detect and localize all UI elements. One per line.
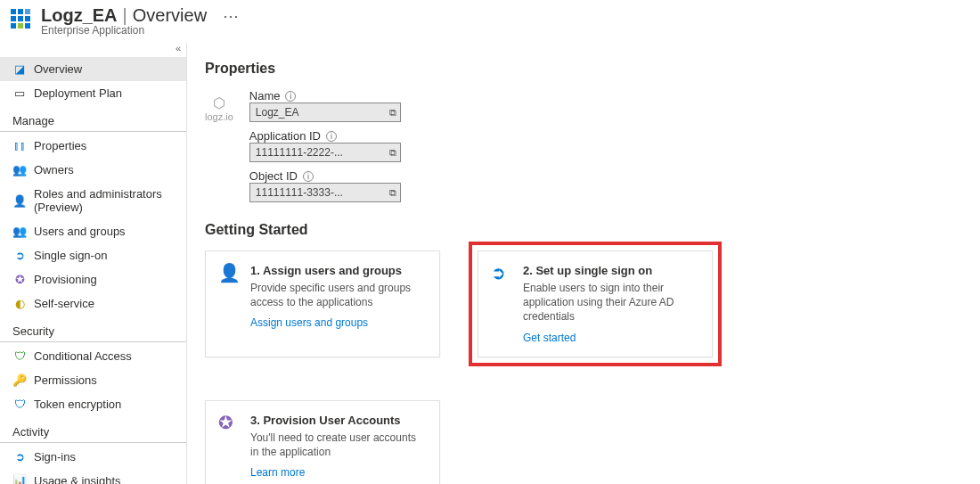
card-link[interactable]: Get started: [523, 332, 699, 344]
sidebar-item-owners[interactable]: 👥 Owners: [0, 158, 186, 182]
sidebar-item-label: Usage & insights: [34, 474, 121, 484]
field-value-objectid: 11111111-3333-... ⧉: [249, 183, 401, 202]
sidebar-item-label: Deployment Plan: [34, 86, 122, 100]
book-icon: ▭: [12, 86, 27, 100]
field-label-text: Application ID: [249, 129, 321, 143]
copy-button[interactable]: ⧉: [389, 187, 396, 199]
card-title: 3. Provision User Accounts: [250, 414, 427, 427]
sso-icon: ➲: [491, 262, 512, 344]
sidebar-item-label: Provisioning: [34, 273, 97, 286]
sidebar-item-label: Single sign-on: [34, 249, 107, 262]
card-assign-users[interactable]: 👤 1. Assign users and groups Provide spe…: [205, 250, 440, 357]
page-title: Overview: [133, 5, 207, 26]
waffle-icon[interactable]: [11, 9, 32, 30]
owners-icon: 👥: [12, 163, 27, 176]
sidebar-item-roles[interactable]: 👤 Roles and administrators (Preview): [0, 182, 186, 219]
card-provision-users[interactable]: ✪ 3. Provision User Accounts You'll need…: [205, 400, 440, 484]
page-subtitle: Enterprise Application: [41, 24, 239, 37]
copy-button[interactable]: ⧉: [389, 147, 396, 159]
sidebar-item-usage-insights[interactable]: 📊 Usage & insights: [0, 469, 186, 484]
card-link[interactable]: Assign users and groups: [250, 316, 427, 329]
info-icon[interactable]: i: [285, 91, 296, 102]
content-area: Properties ⬡ logz.io Name i Logz_EA ⧉: [187, 43, 980, 484]
token-encryption-icon: 🛡: [12, 398, 27, 411]
more-actions-button[interactable]: ⋯: [223, 8, 239, 24]
sidebar-group-activity: Activity: [0, 416, 186, 443]
field-value-name: Logz_EA ⧉: [249, 103, 401, 122]
card-title: 1. Assign users and groups: [250, 264, 427, 277]
user-icon: 👤: [218, 262, 240, 344]
cube-icon: ⬡: [213, 94, 225, 111]
field-value-text: 11111111-2222-...: [256, 146, 343, 159]
sidebar-item-label: Properties: [34, 139, 86, 152]
field-label-name: Name i: [249, 89, 401, 103]
info-icon[interactable]: i: [303, 171, 314, 182]
cards-row-1: 👤 1. Assign users and groups Provide spe…: [205, 250, 962, 484]
getting-started-heading: Getting Started: [205, 222, 962, 238]
permissions-icon: 🔑: [12, 373, 27, 387]
card-desc: Enable users to sign into their applicat…: [523, 281, 699, 324]
sidebar-item-sso[interactable]: ➲ Single sign-on: [0, 243, 186, 267]
sidebar-wrap: « ◪ Overview ▭ Deployment Plan Manage ⫿⫿…: [0, 43, 187, 484]
field-value-text: 11111111-3333-...: [256, 186, 343, 199]
properties-icon: ⫿⫿: [12, 139, 27, 152]
sso-icon: ➲: [12, 249, 27, 262]
card-desc: Provide specific users and groups access…: [250, 281, 427, 309]
provisioning-icon: ✪: [12, 273, 27, 286]
field-label-text: Name: [249, 89, 281, 103]
sidebar-item-provisioning[interactable]: ✪ Provisioning: [0, 267, 186, 291]
brand-label: logz.io: [205, 111, 233, 122]
sidebar-item-permissions[interactable]: 🔑 Permissions: [0, 368, 186, 392]
card-setup-sso[interactable]: ➲ 2. Set up single sign on Enable users …: [478, 250, 713, 357]
app-name: Logz_EA: [41, 5, 118, 26]
card-title: 2. Set up single sign on: [523, 264, 699, 277]
topbar: Logz_EA | Overview ⋯ Enterprise Applicat…: [0, 0, 980, 43]
sidebar-item-deployment-plan[interactable]: ▭ Deployment Plan: [0, 81, 186, 105]
overview-icon: ◪: [12, 62, 27, 76]
title-block: Logz_EA | Overview ⋯ Enterprise Applicat…: [41, 5, 239, 37]
sidebar-item-label: Roles and administrators (Preview): [34, 187, 186, 214]
info-icon[interactable]: i: [326, 131, 337, 142]
users-groups-icon: 👥: [12, 225, 27, 238]
sidebar-group-manage: Manage: [0, 105, 186, 132]
copy-button[interactable]: ⧉: [389, 107, 396, 119]
self-service-icon: ◐: [12, 297, 27, 310]
title-separator: |: [123, 5, 127, 26]
sidebar-item-label: Conditional Access: [34, 349, 132, 363]
sign-ins-icon: ➲: [12, 450, 27, 463]
sidebar-item-overview[interactable]: ◪ Overview: [0, 57, 186, 81]
properties-heading: Properties: [205, 61, 962, 77]
sidebar-item-label: Users and groups: [34, 225, 126, 238]
field-value-appid: 11111111-2222-... ⧉: [249, 143, 401, 162]
sidebar-item-label: Token encryption: [34, 398, 121, 411]
sidebar-item-label: Self-service: [34, 297, 94, 310]
field-label-appid: Application ID i: [249, 129, 401, 143]
field-label-objectid: Object ID i: [249, 169, 401, 183]
sidebar-item-label: Permissions: [34, 373, 97, 387]
sidebar: ◪ Overview ▭ Deployment Plan Manage ⫿⫿ P…: [0, 57, 186, 484]
field-value-text: Logz_EA: [256, 106, 299, 119]
sidebar-item-label: Overview: [34, 62, 82, 76]
collapse-sidebar-button[interactable]: «: [176, 43, 181, 53]
sidebar-item-label: Sign-ins: [34, 450, 76, 463]
sidebar-item-sign-ins[interactable]: ➲ Sign-ins: [0, 445, 186, 469]
sidebar-item-label: Owners: [34, 163, 74, 176]
sidebar-item-conditional-access[interactable]: 🛡 Conditional Access: [0, 344, 186, 368]
field-label-text: Object ID: [249, 169, 298, 183]
sidebar-item-users-groups[interactable]: 👥 Users and groups: [0, 219, 186, 243]
roles-icon: 👤: [12, 194, 27, 208]
properties-block: ⬡ logz.io Name i Logz_EA ⧉ Applicati: [205, 89, 962, 202]
usage-icon: 📊: [12, 474, 27, 484]
card-link[interactable]: Learn more: [250, 466, 427, 479]
card-desc: You'll need to create user accounts in t…: [250, 431, 427, 459]
sidebar-item-self-service[interactable]: ◐ Self-service: [0, 291, 186, 316]
sidebar-item-properties[interactable]: ⫿⫿ Properties: [0, 134, 186, 158]
provision-icon: ✪: [218, 412, 240, 479]
app-brand: ⬡ logz.io: [205, 94, 233, 122]
sidebar-item-token-encryption[interactable]: 🛡 Token encryption: [0, 392, 186, 416]
conditional-access-icon: 🛡: [12, 349, 27, 363]
sidebar-group-security: Security: [0, 316, 186, 342]
